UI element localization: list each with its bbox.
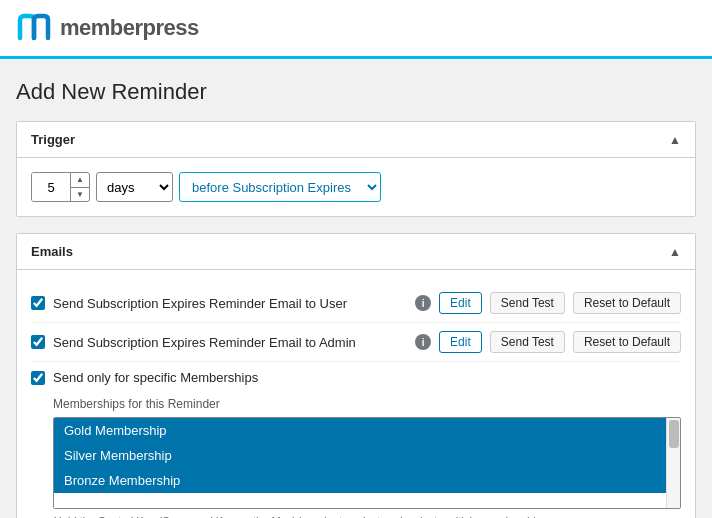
specific-memberships-row: Send only for specific Memberships [31, 362, 681, 389]
app-logo-text: memberpress [60, 15, 199, 41]
specific-memberships-label: Send only for specific Memberships [53, 370, 681, 385]
email-row-user: Send Subscription Expires Reminder Email… [31, 284, 681, 323]
emails-panel-toggle[interactable]: ▲ [669, 245, 681, 259]
spinner-up-icon[interactable]: ▲ [71, 173, 89, 188]
memberships-section: Memberships for this Reminder Gold Membe… [31, 389, 681, 518]
email-user-edit-button[interactable]: Edit [439, 292, 482, 314]
spinner-down-icon[interactable]: ▼ [71, 188, 89, 202]
email-admin-info-icon[interactable]: i [415, 334, 431, 350]
memberships-for-label: Memberships for this Reminder [31, 397, 681, 411]
email-admin-label: Send Subscription Expires Reminder Email… [53, 335, 407, 350]
email-user-label: Send Subscription Expires Reminder Email… [53, 296, 407, 311]
trigger-number-wrapper: 5 ▲ ▼ [31, 172, 90, 202]
membership-item-silver[interactable]: Silver Membership [54, 443, 680, 468]
trigger-panel: Trigger ▲ 5 ▲ ▼ days weeks months [16, 121, 696, 217]
trigger-panel-toggle[interactable]: ▲ [669, 133, 681, 147]
trigger-panel-body: 5 ▲ ▼ days weeks months before Subscript… [17, 158, 695, 216]
emails-panel: Emails ▲ Send Subscription Expires Remin… [16, 233, 696, 518]
page-title: Add New Reminder [16, 79, 696, 105]
trigger-panel-title: Trigger [31, 132, 75, 147]
emails-panel-body: Send Subscription Expires Reminder Email… [17, 270, 695, 518]
trigger-number-input[interactable]: 5 [32, 173, 70, 201]
membership-list[interactable]: Gold Membership Silver Membership Bronze… [54, 418, 680, 508]
email-user-info-icon[interactable]: i [415, 295, 431, 311]
specific-memberships-checkbox[interactable] [31, 371, 45, 385]
trigger-event-select[interactable]: before Subscription Expires after Subscr… [179, 172, 381, 202]
app-header: memberpress [0, 0, 712, 59]
membership-scrollbar-thumb[interactable] [669, 420, 679, 448]
page-content: Add New Reminder Trigger ▲ 5 ▲ ▼ days [0, 59, 712, 518]
emails-panel-title: Emails [31, 244, 73, 259]
membership-item-bronze[interactable]: Bronze Membership [54, 468, 680, 493]
memberpress-logo-icon [16, 10, 52, 46]
email-row-admin: Send Subscription Expires Reminder Email… [31, 323, 681, 362]
trigger-row: 5 ▲ ▼ days weeks months before Subscript… [31, 172, 681, 202]
membership-item-gold[interactable]: Gold Membership [54, 418, 680, 443]
email-admin-edit-button[interactable]: Edit [439, 331, 482, 353]
email-admin-reset-button[interactable]: Reset to Default [573, 331, 681, 353]
email-user-reset-button[interactable]: Reset to Default [573, 292, 681, 314]
email-admin-checkbox[interactable] [31, 335, 45, 349]
email-user-sendtest-button[interactable]: Send Test [490, 292, 565, 314]
membership-scrollbar-track[interactable] [666, 418, 680, 508]
trigger-days-select[interactable]: days weeks months [96, 172, 173, 202]
trigger-panel-header: Trigger ▲ [17, 122, 695, 158]
email-user-checkbox[interactable] [31, 296, 45, 310]
emails-panel-header: Emails ▲ [17, 234, 695, 270]
email-admin-sendtest-button[interactable]: Send Test [490, 331, 565, 353]
membership-list-wrapper: Gold Membership Silver Membership Bronze… [53, 417, 681, 509]
trigger-number-spinner[interactable]: ▲ ▼ [70, 173, 89, 201]
